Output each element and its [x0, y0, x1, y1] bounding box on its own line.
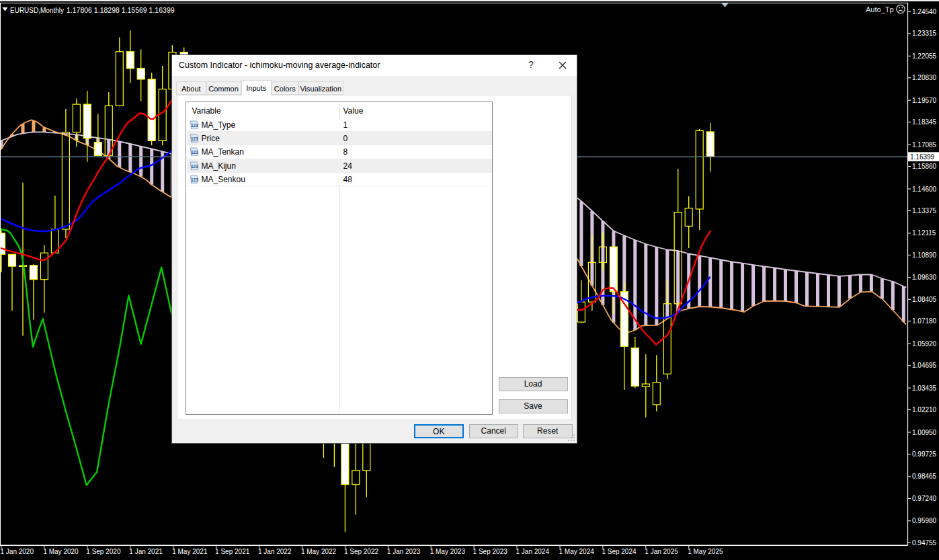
svg-text:1.12115: 1.12115 — [912, 229, 936, 237]
svg-text:Auto_Tp: Auto_Tp — [866, 5, 894, 13]
svg-text:123: 123 — [191, 177, 198, 182]
svg-text:1.17085: 1.17085 — [912, 141, 937, 149]
svg-text:1.05920: 1.05920 — [912, 340, 937, 348]
svg-text:1 May 2022: 1 May 2022 — [301, 548, 337, 555]
svg-text:1.10890: 1.10890 — [912, 251, 937, 259]
svg-text:1.09630: 1.09630 — [912, 274, 937, 281]
svg-text:1.13375: 1.13375 — [912, 207, 937, 214]
svg-text:1 Sep 2023: 1 Sep 2023 — [473, 548, 508, 555]
svg-text:EURUSD,Monthly: EURUSD,Monthly — [10, 7, 64, 14]
svg-text:1 Sep 2021: 1 Sep 2021 — [215, 548, 250, 555]
svg-text:1.03435: 1.03435 — [912, 385, 937, 392]
svg-text:1 May 2024: 1 May 2024 — [559, 548, 595, 555]
svg-text:1.23315: 1.23315 — [912, 30, 937, 37]
svg-text:123: 123 — [191, 163, 198, 168]
svg-text:1 Jan 2023: 1 Jan 2023 — [387, 548, 421, 555]
svg-text:1.20830: 1.20830 — [912, 74, 937, 81]
svg-text:1.00950: 1.00950 — [912, 429, 937, 436]
svg-text:1.14600: 1.14600 — [912, 186, 937, 193]
svg-text:1 Jan 2024: 1 Jan 2024 — [516, 548, 550, 555]
svg-text:1 Jan 2021: 1 Jan 2021 — [129, 548, 163, 555]
svg-text:1.18345: 1.18345 — [912, 118, 937, 126]
svg-text:0.95980: 0.95980 — [912, 517, 937, 524]
svg-text:0.97240: 0.97240 — [912, 495, 937, 502]
svg-text:1.17806 1.18298 1.15569 1.1639: 1.17806 1.18298 1.15569 1.16399 — [67, 6, 175, 14]
svg-text:1.24540: 1.24540 — [912, 8, 937, 15]
svg-text:1.07180: 1.07180 — [912, 317, 937, 325]
svg-text:1 Jan 2025: 1 Jan 2025 — [645, 548, 678, 555]
svg-text:1 May 2021: 1 May 2021 — [172, 548, 208, 555]
svg-text:123: 123 — [191, 136, 198, 141]
svg-text:0.99725: 0.99725 — [912, 450, 937, 458]
svg-text:1 May 2020: 1 May 2020 — [43, 548, 79, 555]
svg-text:0.98465: 0.98465 — [912, 473, 937, 480]
svg-text:1 May 2025: 1 May 2025 — [688, 548, 723, 555]
svg-text:1.08405: 1.08405 — [912, 296, 937, 303]
svg-text:1 Sep 2022: 1 Sep 2022 — [344, 548, 379, 555]
svg-text:1.19570: 1.19570 — [912, 97, 937, 104]
svg-text:1 Sep 2020: 1 Sep 2020 — [86, 548, 121, 555]
svg-text:1 Jan 2020: 1 Jan 2020 — [1, 548, 34, 555]
svg-text:123: 123 — [191, 150, 198, 155]
svg-text:1.02210: 1.02210 — [912, 406, 937, 413]
svg-text:1 Jan 2022: 1 Jan 2022 — [258, 548, 292, 555]
svg-text:123: 123 — [191, 123, 198, 128]
svg-text:1.04695: 1.04695 — [912, 362, 937, 369]
svg-text:1.16399: 1.16399 — [910, 153, 935, 161]
svg-text:1.15860: 1.15860 — [912, 163, 937, 170]
svg-text:0.94755: 0.94755 — [912, 539, 937, 547]
svg-text:1 Sep 2024: 1 Sep 2024 — [602, 548, 637, 555]
svg-text:1 May 2023: 1 May 2023 — [430, 548, 466, 555]
svg-text:1.22055: 1.22055 — [912, 52, 937, 60]
